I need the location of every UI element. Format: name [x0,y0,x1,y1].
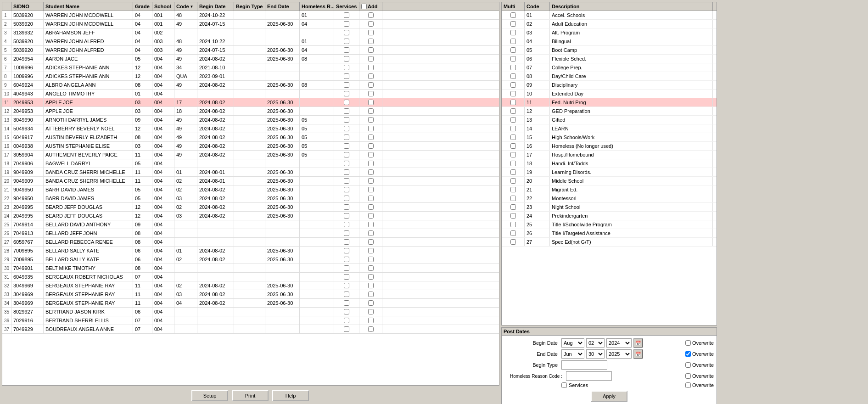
begin-type-input[interactable] [561,360,607,370]
add-checkbox-row[interactable] [368,108,374,114]
services-checkbox-row[interactable] [344,30,349,35]
add-checkbox-row[interactable] [368,126,374,131]
table-row[interactable]: 27 6059767 BELLARD REBECCA RENEE 08 004 [2,238,499,247]
table-row[interactable]: 28 7009895 BELLARD SALLY KATE 06 004 01 … [2,247,499,255]
homeless-input[interactable] [566,371,612,381]
table-row[interactable]: 14 5049934 ATTEBERRY BEVERLY NOEL 12 004… [2,124,499,133]
table-row[interactable]: 1 5039920 WARREN JOHN MCDOWELL 04 001 48… [2,11,499,20]
help-button[interactable]: Help [272,390,309,401]
right-list-item[interactable]: 10 Extended Day [502,90,717,98]
end-day-select[interactable]: 30 [586,349,605,359]
multi-checkbox[interactable] [510,47,516,53]
table-row[interactable]: 18 7049906 BAGWELL DARRYL 05 004 [2,159,499,168]
table-row[interactable]: 31 6049935 BERGEAUX ROBERT NICHOLAS 07 0… [2,273,499,281]
table-row[interactable]: 9 6049924 ALBRO ANGELA ANN 08 004 49 202… [2,81,499,90]
right-list-item[interactable]: 23 Night School [502,203,717,212]
begin-overwrite-checkbox[interactable] [685,340,691,346]
services-checkbox[interactable] [561,382,567,388]
add-checkbox-row[interactable] [368,169,374,175]
services-checkbox-row[interactable] [344,213,349,219]
add-checkbox-row[interactable] [368,91,374,96]
services-checkbox-row[interactable] [344,161,349,166]
right-list-item[interactable]: 07 College Prep. [502,63,717,72]
services-checkbox-row[interactable] [344,274,349,280]
right-list-item[interactable]: 15 High Schools/Work [502,133,717,142]
multi-checkbox[interactable] [510,178,516,184]
table-row[interactable]: 7 1009996 ADICKES STEPHANIE ANN 12 004 3… [2,63,499,72]
begin-date-picker-button[interactable]: 📅 [633,338,643,348]
services-checkbox-row[interactable] [344,152,349,157]
add-checkbox-row[interactable] [368,283,374,288]
add-checkbox-row[interactable] [368,213,374,219]
services-checkbox-row[interactable] [344,309,349,314]
table-row[interactable]: 34 3049969 BERGEAUX STEPHANIE RAY 11 004… [2,299,499,308]
table-row[interactable]: 25 7049914 BELLARD DAVID ANTHONY 09 004 [2,220,499,229]
add-checkbox-row[interactable] [368,39,374,44]
multi-checkbox[interactable] [510,65,516,70]
table-row[interactable]: 17 3059904 AUTHEMENT BEVERLY PAIGE 11 00… [2,151,499,159]
right-list-item[interactable]: 18 Handi. Inf/Todds [502,159,717,168]
print-button[interactable]: Print [232,390,269,401]
right-list-item[interactable]: 24 Prekindergarten [502,212,717,220]
multi-checkbox[interactable] [510,222,516,227]
add-checkbox-row[interactable] [368,248,374,253]
right-list-item[interactable]: 21 Migrant Ed. [502,185,717,194]
table-row[interactable]: 4 5039920 WARREN JOHN ALFRED 04 003 48 2… [2,37,499,46]
services-checkbox-row[interactable] [344,222,349,227]
add-checkbox-row[interactable] [368,257,374,262]
services-checkbox-row[interactable] [344,82,349,88]
table-row[interactable]: 10 4049943 ANGELO TIMMOTHY 01 004 [2,90,499,98]
right-list-item[interactable]: 02 Adult Education [502,20,717,28]
services-checkbox-row[interactable] [344,318,349,323]
right-list-item[interactable]: 25 Title I/Schoolwide Program [502,220,717,229]
services-checkbox-row[interactable] [344,117,349,123]
right-list-item[interactable]: 05 Boot Camp [502,46,717,55]
services-checkbox-row[interactable] [344,292,349,297]
end-year-select[interactable]: 202520242023 [606,349,632,359]
add-checkbox-row[interactable] [368,100,374,105]
col-end-date[interactable]: End Date [265,2,300,11]
right-list-item[interactable]: 26 Title I/Targeted Assistance [502,229,717,238]
right-list-item[interactable]: 19 Learning Disords. [502,168,717,177]
add-checkbox-row[interactable] [368,222,374,227]
services-checkbox-row[interactable] [344,257,349,262]
right-list-item[interactable]: 11 Fed. Nutri Prog [502,98,717,107]
add-checkbox-row[interactable] [368,12,374,18]
services-checkbox-row[interactable] [344,126,349,131]
multi-checkbox[interactable] [510,39,516,44]
services-checkbox-row[interactable] [344,248,349,253]
services-checkbox-row[interactable] [344,100,349,105]
table-row[interactable]: 11 2049953 APPLE JOE 03 004 17 2024-08-0… [2,98,499,107]
end-overwrite-checkbox[interactable] [685,351,691,357]
col-sidno[interactable]: SIDNO [11,2,44,11]
services-checkbox-row[interactable] [344,73,349,79]
add-checkbox-row[interactable] [368,196,374,201]
services-checkbox-row[interactable] [344,47,349,53]
col-begin-type[interactable]: Begin Type [234,2,265,11]
right-list-item[interactable]: 17 Hosp./Homebound [502,151,717,159]
services-checkbox-row[interactable] [344,12,349,18]
table-row[interactable]: 22 9049950 BARR DAVID JAMES 05 004 03 20… [2,194,499,203]
add-checkbox-row[interactable] [368,292,374,297]
table-row[interactable]: 36 7029916 BERTRAND SHERRI ELLIS 07 004 [2,316,499,325]
add-checkbox-row[interactable] [368,30,374,35]
table-row[interactable]: 33 3049969 BERGEAUX STEPHANIE RAY 11 004… [2,290,499,299]
services-overwrite-checkbox[interactable] [685,382,691,388]
table-row[interactable]: 8 1009996 ADICKES STEPHANIE ANN 12 004 Q… [2,72,499,81]
table-row[interactable]: 30 7049901 BELT MIKE TIMOTHY 08 004 [2,264,499,273]
add-checkbox-row[interactable] [368,178,374,184]
table-row[interactable]: 20 9049909 BANDA CRUZ SHERRI MICHELLE 11… [2,177,499,185]
right-list-item[interactable]: 03 Alt. Program [502,28,717,37]
right-list-item[interactable]: 13 Gifted [502,116,717,124]
add-checkbox-row[interactable] [368,135,374,140]
multi-checkbox[interactable] [510,100,516,105]
multi-checkbox[interactable] [510,117,516,123]
table-row[interactable]: 37 7049929 BOUDREAUX ANGELA ANNE 07 004 [2,325,499,334]
services-checkbox-row[interactable] [344,39,349,44]
right-list-item[interactable]: 01 Accel. Schools [502,11,717,20]
services-checkbox-row[interactable] [344,326,349,332]
col-code[interactable]: Code ▼ [174,2,197,11]
right-list-item[interactable]: 06 Flexible Sched. [502,55,717,63]
right-list-item[interactable]: 04 Bilingual [502,37,717,46]
multi-checkbox[interactable] [510,30,516,35]
